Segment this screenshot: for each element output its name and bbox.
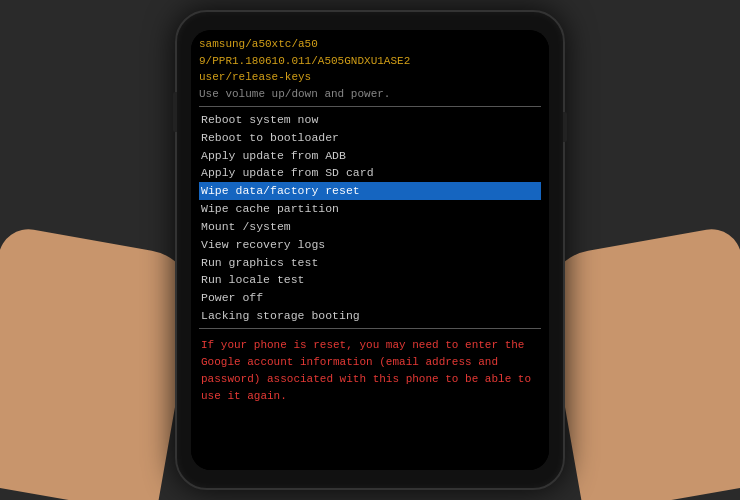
menu-item-view-logs[interactable]: View recovery logs xyxy=(199,236,541,254)
hand-right xyxy=(539,225,740,500)
warning-text: If your phone is reset, you may need to … xyxy=(201,337,539,405)
header-line-2: 9/PPR1.180610.011/A505GNDXU1ASE2 xyxy=(199,53,541,70)
menu-item-locale-test[interactable]: Run locale test xyxy=(199,271,541,289)
volume-button[interactable] xyxy=(173,92,177,132)
scene: samsung/a50xtc/a50 9/PPR1.180610.011/A50… xyxy=(0,0,740,500)
menu-item-power-off[interactable]: Power off xyxy=(199,289,541,307)
menu-item-apply-sd[interactable]: Apply update from SD card xyxy=(199,164,541,182)
power-button[interactable] xyxy=(563,112,567,142)
header-line-4: Use volume up/down and power. xyxy=(199,86,541,103)
phone-shell: samsung/a50xtc/a50 9/PPR1.180610.011/A50… xyxy=(175,10,565,490)
recovery-screen: samsung/a50xtc/a50 9/PPR1.180610.011/A50… xyxy=(191,30,549,470)
menu-item-mount-system[interactable]: Mount /system xyxy=(199,218,541,236)
menu-item-wipe-cache[interactable]: Wipe cache partition xyxy=(199,200,541,218)
recovery-menu: Reboot system now Reboot to bootloader A… xyxy=(199,111,541,329)
menu-item-lacking-storage[interactable]: Lacking storage booting xyxy=(199,307,541,325)
menu-item-wipe-data[interactable]: Wipe data/factory reset xyxy=(199,182,541,200)
header-line-1: samsung/a50xtc/a50 xyxy=(199,36,541,53)
header-line-3: user/release-keys xyxy=(199,69,541,86)
hand-left xyxy=(0,225,201,500)
phone-screen: samsung/a50xtc/a50 9/PPR1.180610.011/A50… xyxy=(191,30,549,470)
menu-item-graphics-test[interactable]: Run graphics test xyxy=(199,254,541,272)
menu-item-reboot-system[interactable]: Reboot system now xyxy=(199,111,541,129)
recovery-header: samsung/a50xtc/a50 9/PPR1.180610.011/A50… xyxy=(199,36,541,107)
menu-item-apply-adb[interactable]: Apply update from ADB xyxy=(199,147,541,165)
warning-section: If your phone is reset, you may need to … xyxy=(199,333,541,409)
menu-item-reboot-bootloader[interactable]: Reboot to bootloader xyxy=(199,129,541,147)
